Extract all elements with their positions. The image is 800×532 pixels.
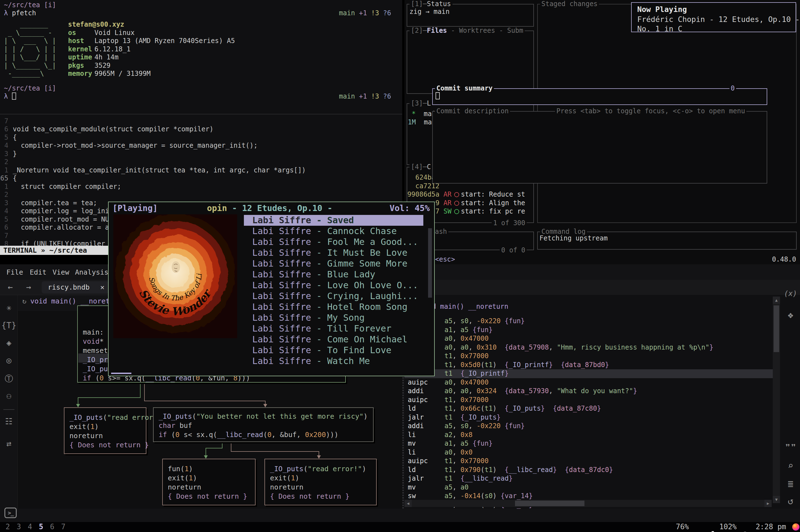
playlist-track[interactable]: Labi Siffre - Watch Me	[244, 356, 423, 366]
workspace-7[interactable]: 7	[61, 522, 66, 531]
playlist-track[interactable]: Labi Siffre - My Song	[244, 312, 423, 323]
playlist[interactable]: Labi Siffre - SavedLabi Siffre - Cannock…	[244, 215, 423, 366]
component-tree-icon[interactable]: ☷	[0, 417, 18, 426]
menu-item-edit[interactable]: Edit	[30, 268, 46, 276]
volume-icon[interactable]	[644, 522, 669, 532]
editor-line[interactable]: 2	[0, 191, 402, 199]
disasm-row[interactable]: jalrt1 {_IO_puts}	[405, 413, 773, 422]
now-playing-notification[interactable]: Now Playing Frédéric Chopin - 12 Etudes,…	[631, 2, 796, 32]
stack-view-icon[interactable]: ❖	[782, 309, 799, 320]
nav-back-button[interactable]: ←	[8, 282, 13, 292]
history-icon[interactable]: ↺	[782, 495, 799, 507]
commit-summary-dialog[interactable]: Commit summary 0	[432, 88, 767, 105]
types-icon[interactable]: {T}	[0, 320, 18, 330]
playlist-track[interactable]: Labi Siffre - To Find Love	[244, 345, 423, 356]
vertical-scroll-thumb[interactable]	[774, 305, 779, 352]
commit-row[interactable]: 99086d5a ARstart: Reduce st	[407, 190, 525, 198]
playlist-track[interactable]: Labi Siffre - Gimme Some More	[244, 258, 423, 269]
horizontal-scroll-thumb[interactable]	[515, 501, 584, 506]
workspace-6[interactable]: 6	[50, 522, 54, 531]
linear-disassembly-pane[interactable]: void main() __noreturn a5, s0, -0x220 {f…	[405, 295, 800, 509]
cfg-basic-block[interactable]: _IO_puts("You better not let this get mo…	[153, 407, 374, 442]
menu-item-view[interactable]: View	[53, 268, 69, 276]
reanalyze-icon[interactable]: ↻	[22, 297, 26, 305]
disasm-row[interactable]: ldt1, 0x790(t1) {__libc_read} {data_87dc…	[405, 466, 773, 475]
playlist-track[interactable]: Labi Siffre - Blue Lady	[244, 269, 423, 280]
external-links-icon[interactable]: ⇄	[0, 439, 18, 449]
player-volume[interactable]: Vol: 45%	[390, 203, 430, 213]
menu-item-file[interactable]: File	[6, 268, 23, 276]
vertical-scrollbar[interactable]: ▲ ▼	[773, 297, 780, 503]
disasm-row[interactable]: a0, a0, 0x310 {data_57908, "Hmm, riscy b…	[405, 343, 773, 352]
playlist-track[interactable]: Labi Siffre - Till Forever	[244, 323, 423, 334]
file-tab[interactable]: riscy.bndb✕	[42, 281, 109, 293]
commit-description-dialog[interactable]: Commit description Press <tab> to toggle…	[432, 111, 767, 184]
disasm-row[interactable]: auipct1, 0x77000	[405, 396, 773, 404]
editor-line[interactable]: 3}	[0, 150, 402, 158]
scroll-right-icon[interactable]: ▶	[764, 500, 772, 507]
prompt-cursor-row[interactable]: λ	[4, 93, 16, 100]
playlist-track[interactable]: Labi Siffre - Crying, Laughi...	[244, 291, 423, 302]
strings-icon[interactable]: ≣	[782, 478, 799, 489]
disasm-row[interactable]: t1 {_IO_printf}	[405, 369, 773, 378]
tab-close-icon[interactable]: ✕	[100, 281, 105, 293]
playlist-track[interactable]: Labi Siffre - Come On Michael	[244, 334, 423, 345]
playlist-track[interactable]: Labi Siffre - Cannock Chase	[244, 226, 423, 236]
playlist-scroll-thumb[interactable]	[428, 228, 432, 298]
workspace-3[interactable]: 3	[17, 522, 21, 531]
menu-item-analysis[interactable]: Analysis	[75, 268, 108, 276]
editor-line[interactable]: 2	[0, 158, 402, 166]
disasm-row[interactable]: mva1, a5 {fun}	[405, 439, 773, 448]
cfg-basic-block[interactable]: fun(1)exit(1)noreturn{ Does not return }	[162, 459, 256, 505]
disasm-row[interactable]: auipct1, 0x77000	[405, 457, 773, 466]
playlist-track[interactable]: Labi Siffre - It Must Be Love	[244, 247, 423, 258]
lazygit-status-panel[interactable]: [1]─Status zig → main	[407, 4, 534, 27]
tags-icon[interactable]: ◈	[0, 338, 18, 348]
commit-summary-cursor[interactable]	[435, 92, 440, 99]
console-toggle-icon[interactable]: >_	[4, 508, 17, 518]
editor-line[interactable]: 5{	[0, 133, 402, 141]
debugger-icon[interactable]: ⚇	[0, 391, 18, 401]
disasm-row[interactable]: t1, 0x77000	[405, 352, 773, 361]
disasm-row[interactable]: lia0, 0x0	[405, 448, 773, 457]
clock-time[interactable]: 2:28 pm	[756, 522, 786, 531]
cfg-basic-block[interactable]: _IO_puts("read error!")exit(1)noreturn{ …	[64, 407, 146, 454]
editor-line[interactable]: 1_Noreturn void tea_compiler_init(struct…	[0, 166, 402, 174]
editor-line[interactable]: 1 struct compiler compiler;	[0, 183, 402, 191]
disasm-row[interactable]: ldt1, 0x66c(t1) {_IO_puts} {data_87c80}	[405, 404, 773, 413]
workspace-5[interactable]: 5	[39, 522, 43, 531]
user-avatar[interactable]	[792, 524, 799, 531]
playlist-track[interactable]: Labi Siffre - Hotel Room Song	[244, 302, 423, 312]
disasm-row[interactable]: addia0, a0, 0x324 {data_57930, "What do …	[405, 387, 773, 396]
scroll-down-icon[interactable]: ▼	[773, 496, 780, 503]
scroll-up-icon[interactable]: ▲	[773, 297, 780, 304]
editor-line[interactable]: 6void tea_compile_module(struct compiler…	[0, 125, 402, 134]
scroll-left-icon[interactable]: ◀	[405, 500, 412, 507]
disasm-row[interactable]: a5, s0, -0x220 {fun}	[405, 317, 773, 326]
disasm-row[interactable]: swa5, -0x14(s0) {var_14}	[405, 492, 773, 501]
disasm-row[interactable]: mva5, a0	[405, 483, 773, 492]
disasm-row[interactable]: a1, a5 {fun}	[405, 326, 773, 335]
music-player-window[interactable]: [Playing] opin - 12 Etudes, Op.10 - Vol:…	[108, 202, 435, 376]
editor-line[interactable]: 65{	[0, 174, 402, 183]
lazygit-window[interactable]: [1]─Status zig → main [2]─Files - Worktr…	[405, 0, 800, 269]
workspace-2[interactable]: 2	[5, 522, 10, 531]
editor-line[interactable]: 7	[0, 117, 402, 125]
disasm-row[interactable]: t1, 0x5d0(t1) {_IO_printf} {data_87bd0}	[405, 361, 773, 369]
disasm-row[interactable]: lia2, 0x8	[405, 431, 773, 439]
cfg-basic-block[interactable]: _IO_puts("read error!")exit(1)noreturn{ …	[264, 459, 377, 505]
type-inspector-icon[interactable]: Ⓣ	[0, 373, 18, 384]
playlist-track[interactable]: Labi Siffre - Saved	[244, 215, 423, 226]
cross-references-icon[interactable]: ✳	[0, 303, 18, 312]
nav-forward-button[interactable]: →	[26, 282, 31, 292]
workspace-4[interactable]: 4	[28, 522, 32, 531]
memory-map-icon[interactable]: ◎	[0, 356, 18, 365]
playlist-track[interactable]: Labi Siffre - Fool Me a Good...	[244, 236, 423, 247]
find-icon[interactable]: ⌕	[782, 460, 799, 471]
disasm-row[interactable]: addia5, s0, -0x220 {fun}	[405, 422, 773, 431]
disasm-row[interactable]: a0, 0x47000	[405, 334, 773, 343]
disasm-row[interactable]: auipca0, 0x47000	[405, 378, 773, 387]
editor-line[interactable]: 4 compiler->root_mod->source_manager = s…	[0, 141, 402, 150]
horizontal-scrollbar[interactable]: ◀ ▶	[405, 500, 772, 507]
variables-icon[interactable]: (x)	[782, 289, 799, 298]
